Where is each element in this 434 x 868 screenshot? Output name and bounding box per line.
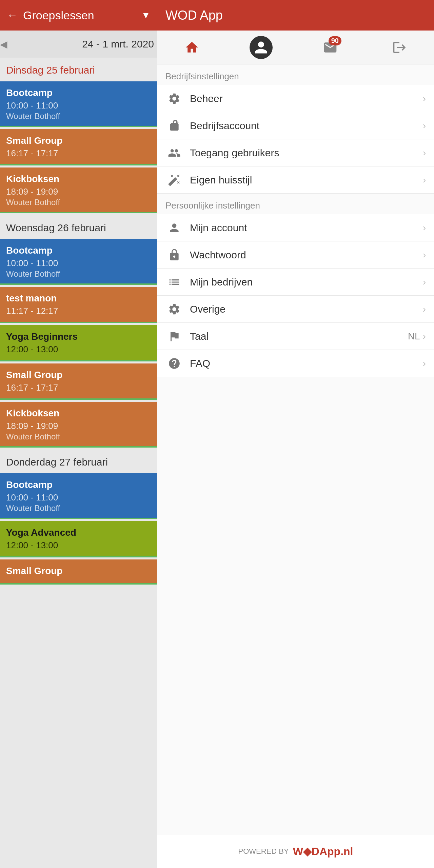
menu-label-overige: Overige	[190, 303, 423, 315]
menu-item-huisstijl[interactable]: Eigen huisstijl ›	[157, 166, 434, 194]
day-section-thursday: Donderdag 27 februari Bootcamp 10:00 - 1…	[0, 450, 157, 585]
chevron-right-icon: ›	[423, 93, 426, 104]
menu-item-bedrijfsaccount[interactable]: Bedrijfsaccount ›	[157, 112, 434, 139]
app-title: WOD App	[165, 8, 223, 23]
class-name: Kickboksen	[6, 408, 151, 419]
class-yogaadvanced-thu[interactable]: Yoga Advanced 12:00 - 13:00	[0, 521, 157, 557]
back-button[interactable]: ←	[7, 9, 18, 22]
nav-bar: ◀ 24 - 1 mrt. 2020	[0, 31, 157, 58]
settings-icon	[165, 300, 183, 318]
class-kickboksen-wed[interactable]: Kickboksen 18:09 - 19:09 Wouter Bothoff	[0, 402, 157, 448]
menu-item-bedrijven[interactable]: Mijn bedrijven ›	[157, 269, 434, 296]
users-icon	[165, 144, 183, 162]
class-name: Bootcamp	[6, 479, 151, 490]
class-instructor: Wouter Bothoff	[6, 504, 151, 513]
flag-icon	[165, 328, 183, 345]
person-icon	[254, 40, 269, 55]
class-time: 16:17 - 17:17	[6, 382, 151, 393]
day-header-wednesday: Woensdag 26 februari	[0, 215, 157, 237]
class-kickboksen-tue[interactable]: Kickboksen 18:09 - 19:09 Wouter Bothoff	[0, 167, 157, 213]
date-range: 24 - 1 mrt. 2020	[14, 38, 157, 50]
gear-icon	[165, 90, 183, 107]
chevron-right-icon: ›	[423, 304, 426, 315]
menu-label-huisstijl: Eigen huisstijl	[190, 174, 423, 186]
list-icon	[165, 273, 183, 291]
messages-badge: 90	[329, 36, 341, 45]
messages-button[interactable]: 90	[318, 36, 342, 59]
class-name: Yoga Beginners	[6, 331, 151, 342]
day-header-tuesday: Dinsdag 25 februari	[0, 58, 157, 79]
class-name: Yoga Advanced	[6, 527, 151, 538]
page-title: Groepslessen	[23, 9, 136, 22]
class-time: 12:00 - 13:00	[6, 540, 151, 551]
taal-value: NL	[408, 331, 420, 342]
nav-arrow-left[interactable]: ◀	[0, 39, 7, 50]
chevron-right-icon: ›	[423, 222, 426, 233]
left-panel: ← Groepslessen ▼ ◀ 24 - 1 mrt. 2020 Dins…	[0, 0, 157, 868]
class-yogabeginners-wed[interactable]: Yoga Beginners 12:00 - 13:00	[0, 325, 157, 361]
menu-label-account: Mijn account	[190, 222, 423, 234]
menu-item-overige[interactable]: Overige ›	[157, 296, 434, 323]
menu-label-bedrijven: Mijn bedrijven	[190, 276, 423, 288]
menu-item-wachtwoord[interactable]: Wachtwoord ›	[157, 241, 434, 269]
chevron-right-icon: ›	[423, 120, 426, 131]
chevron-right-icon: ›	[423, 147, 426, 158]
class-name: Small Group	[6, 370, 151, 380]
class-bootcamp-tue[interactable]: Bootcamp 10:00 - 11:00 Wouter Bothoff	[0, 81, 157, 127]
menu-item-faq[interactable]: FAQ ›	[157, 350, 434, 377]
menu-item-beheer[interactable]: Beheer ›	[157, 85, 434, 112]
person-icon	[165, 219, 183, 237]
class-time: 16:17 - 17:17	[6, 148, 151, 159]
chevron-right-icon: ›	[423, 175, 426, 185]
chevron-right-icon: ›	[423, 331, 426, 342]
menu-item-toegang[interactable]: Toegang gebruikers ›	[157, 139, 434, 166]
class-name: Bootcamp	[6, 245, 151, 256]
dropdown-icon[interactable]: ▼	[141, 10, 151, 21]
lock-icon	[165, 246, 183, 264]
menu-item-account[interactable]: Mijn account ›	[157, 214, 434, 241]
class-testmanon-wed[interactable]: test manon 11:17 - 12:17	[0, 287, 157, 323]
menu-label-faq: FAQ	[190, 358, 423, 369]
right-header: WOD App	[157, 0, 434, 31]
day-header-thursday: Donderdag 27 februari	[0, 450, 157, 471]
class-name: Kickboksen	[6, 174, 151, 184]
class-bootcamp-thu[interactable]: Bootcamp 10:00 - 11:00 Wouter Bothoff	[0, 473, 157, 519]
left-header: ← Groepslessen ▼	[0, 0, 157, 31]
logout-button[interactable]	[388, 36, 411, 59]
class-instructor: Wouter Bothoff	[6, 112, 151, 121]
home-button[interactable]	[180, 36, 204, 59]
class-smallgroup-tue[interactable]: Small Group 16:17 - 17:17	[0, 129, 157, 165]
class-name: test manon	[6, 293, 151, 304]
chevron-right-icon: ›	[423, 277, 426, 288]
class-smallgroup-thu[interactable]: Small Group	[0, 559, 157, 585]
question-icon	[165, 355, 183, 372]
avatar	[250, 36, 273, 59]
menu-label-beheer: Beheer	[190, 93, 423, 104]
menu-label-wachtwoord: Wachtwoord	[190, 249, 423, 261]
avatar-button[interactable]	[249, 36, 273, 59]
briefcase-icon	[165, 117, 183, 135]
menu-label-toegang: Toegang gebruikers	[190, 147, 423, 159]
menu-item-taal[interactable]: Taal NL ›	[157, 323, 434, 350]
class-instructor: Wouter Bothoff	[6, 269, 151, 279]
class-time: 11:17 - 12:17	[6, 306, 151, 316]
day-section-wednesday: Woensdag 26 februari Bootcamp 10:00 - 11…	[0, 215, 157, 448]
class-time: 10:00 - 11:00	[6, 258, 151, 269]
class-bootcamp-wed[interactable]: Bootcamp 10:00 - 11:00 Wouter Bothoff	[0, 239, 157, 285]
logout-icon	[392, 40, 407, 55]
footer: POWERED BY W◆DApp.nl	[157, 834, 434, 868]
class-time: 18:09 - 19:09	[6, 186, 151, 197]
class-name: Small Group	[6, 566, 151, 576]
home-icon	[184, 40, 199, 55]
class-time: 12:00 - 13:00	[6, 344, 151, 355]
chevron-right-icon: ›	[423, 250, 426, 260]
class-name: Small Group	[6, 135, 151, 146]
class-smallgroup-wed[interactable]: Small Group 16:17 - 17:17	[0, 363, 157, 400]
wod-logo: W◆DApp.nl	[293, 845, 353, 858]
powered-by-text: POWERED BY	[238, 847, 289, 856]
class-name: Bootcamp	[6, 87, 151, 98]
magic-icon	[165, 171, 183, 189]
section-label-bedrijf: Bedrijfsinstellingen	[157, 64, 434, 85]
class-instructor: Wouter Bothoff	[6, 432, 151, 441]
class-time: 10:00 - 11:00	[6, 492, 151, 503]
